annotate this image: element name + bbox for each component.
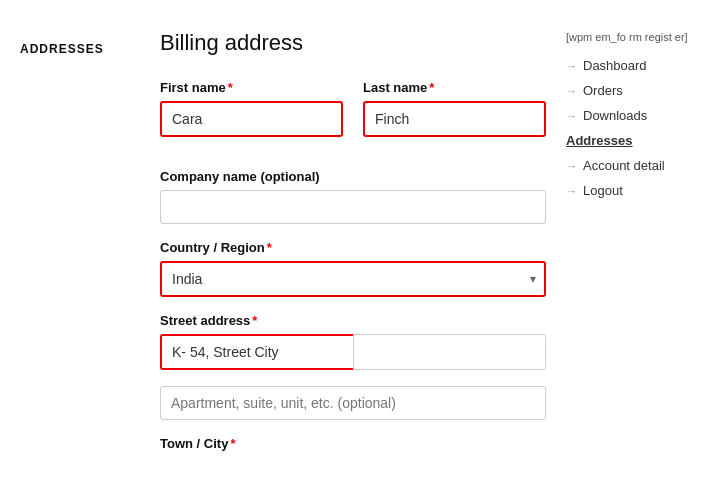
nav-item-logout[interactable]: → Logout bbox=[566, 178, 716, 203]
street-address-group: Street address* bbox=[160, 313, 546, 370]
country-select[interactable]: India United States United Kingdom bbox=[160, 261, 546, 297]
nav-label-account: Account detail bbox=[583, 158, 665, 173]
nav-item-dashboard[interactable]: → Dashboard bbox=[566, 53, 716, 78]
name-row: First name* Last name* bbox=[160, 80, 546, 153]
billing-address-title: Billing address bbox=[160, 30, 546, 56]
country-required: * bbox=[267, 240, 272, 255]
last-name-group: Last name* bbox=[363, 80, 546, 137]
nav-item-account-detail[interactable]: → Account detail bbox=[566, 153, 716, 178]
apartment-input[interactable] bbox=[160, 386, 546, 420]
street-primary-input[interactable] bbox=[160, 334, 353, 370]
nav-arrow-downloads: → bbox=[566, 110, 577, 122]
addresses-section-label: ADDRESSES bbox=[20, 42, 104, 56]
street-secondary-input[interactable] bbox=[353, 334, 546, 370]
company-name-label: Company name (optional) bbox=[160, 169, 546, 184]
left-sidebar: ADDRESSES bbox=[0, 20, 140, 493]
street-address-label: Street address* bbox=[160, 313, 546, 328]
nav-arrow-account: → bbox=[566, 160, 577, 172]
town-group: Town / City* bbox=[160, 436, 546, 457]
town-label: Town / City* bbox=[160, 436, 546, 451]
nav-label-downloads: Downloads bbox=[583, 108, 647, 123]
first-name-required: * bbox=[228, 80, 233, 95]
nav-label-orders: Orders bbox=[583, 83, 623, 98]
last-name-input[interactable] bbox=[363, 101, 546, 137]
first-name-group: First name* bbox=[160, 80, 343, 137]
nav-arrow-logout: → bbox=[566, 185, 577, 197]
last-name-required: * bbox=[429, 80, 434, 95]
nav-item-addresses[interactable]: Addresses bbox=[566, 128, 716, 153]
country-group: Country / Region* India United States Un… bbox=[160, 240, 546, 297]
street-row bbox=[160, 334, 546, 370]
main-form-area: Billing address First name* Last name* C… bbox=[140, 20, 566, 493]
wpm-note: [wpm em_fo rm regist er] bbox=[566, 30, 716, 45]
right-sidebar: [wpm em_fo rm regist er] → Dashboard → O… bbox=[566, 20, 726, 493]
nav-item-orders[interactable]: → Orders bbox=[566, 78, 716, 103]
nav-arrow-orders: → bbox=[566, 85, 577, 97]
country-label: Country / Region* bbox=[160, 240, 546, 255]
town-required: * bbox=[230, 436, 235, 451]
country-select-wrapper: India United States United Kingdom bbox=[160, 261, 546, 297]
first-name-label: First name* bbox=[160, 80, 343, 95]
company-name-group: Company name (optional) bbox=[160, 169, 546, 224]
street-required: * bbox=[252, 313, 257, 328]
nav-arrow-dashboard: → bbox=[566, 60, 577, 72]
account-nav: → Dashboard → Orders → Downloads Address… bbox=[566, 53, 716, 203]
nav-list: → Dashboard → Orders → Downloads Address… bbox=[566, 53, 716, 203]
company-name-input[interactable] bbox=[160, 190, 546, 224]
last-name-label: Last name* bbox=[363, 80, 546, 95]
nav-item-downloads[interactable]: → Downloads bbox=[566, 103, 716, 128]
nav-label-logout: Logout bbox=[583, 183, 623, 198]
nav-label-addresses: Addresses bbox=[566, 133, 632, 148]
nav-label-dashboard: Dashboard bbox=[583, 58, 647, 73]
first-name-input[interactable] bbox=[160, 101, 343, 137]
apartment-group bbox=[160, 386, 546, 420]
